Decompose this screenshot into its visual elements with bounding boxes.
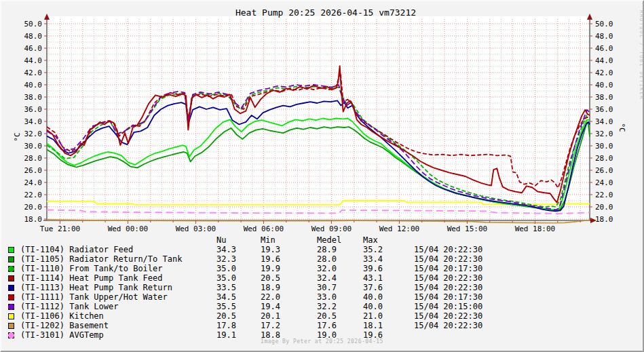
legend-series-label: (TI-1112) Tank Lower	[20, 302, 119, 311]
legend-row: (TI-1104) Radiator Feed34.319.328.935.21…	[1, 246, 643, 255]
rrdtool-watermark: RRDTOOL / TOBI OETIKER	[639, 10, 644, 100]
legend-value-timestamp: 15/04 20:22:30	[414, 255, 482, 264]
y-tick-label-left: 18.0	[24, 215, 43, 224]
x-tick-label: Wed 00:00	[108, 224, 149, 233]
legend-swatch	[8, 256, 14, 262]
x-tick-label: Wed 09:00	[311, 224, 352, 233]
y-tick-label-right: 42.0	[595, 69, 613, 77]
y-tick-label-left: 44.0	[24, 56, 43, 65]
legend-value-min: 19.6	[261, 255, 280, 264]
legend-value-nu: 34.3	[216, 246, 236, 254]
y-tick-label-right: 46.0	[595, 44, 613, 53]
legend-value-timestamp: 15/04 20:22:30	[414, 312, 482, 321]
legend-swatch	[8, 294, 14, 300]
y-tick-label-right: 30.0	[595, 142, 613, 151]
legend-value-min: 18.9	[261, 283, 280, 292]
legend-row: (TI-1113) Heat Pump Tank Return33.518.93…	[1, 283, 643, 293]
y-tick-label-left: 22.0	[24, 191, 43, 199]
legend-value-nu: 35.0	[216, 274, 236, 283]
legend-value-medel: 33.0	[317, 293, 337, 302]
y-tick-label-left: 36.0	[24, 105, 43, 114]
legend-row: (TI-1111) Tank Upper/Hot Water34.522.033…	[1, 293, 643, 302]
legend-value-medel: 32.2	[317, 302, 337, 311]
y-tick-label-right: 24.0	[595, 178, 613, 187]
y-tick-label-right: 18.0	[595, 215, 613, 224]
y-tick-label-left: 24.0	[24, 178, 43, 187]
legend-value-min: 19.9	[261, 265, 280, 273]
y-tick-label-right: 20.0	[595, 203, 613, 212]
x-tick-label: Wed 03:00	[176, 224, 216, 233]
y-tick-label-left: 34.0	[24, 117, 43, 126]
legend-swatch	[8, 332, 14, 338]
chart-canvas: 18.018.020.020.022.022.024.024.026.026.0…	[1, 1, 644, 235]
y-axis-label-left: °C	[13, 132, 22, 141]
legend-value-max: 37.6	[363, 283, 383, 292]
y-tick-label-left: 30.0	[24, 142, 43, 151]
x-tick-label: Wed 06:00	[244, 224, 284, 233]
y-tick-label-left: 48.0	[24, 32, 43, 41]
legend-series-label: (TI-1110) From Tank/to Boiler	[20, 265, 163, 273]
legend-value-min: 22.0	[261, 293, 280, 302]
legend-value-nu: 34.5	[216, 293, 236, 302]
legend-series-label: (TI-1111) Tank Upper/Hot Water	[20, 293, 168, 302]
legend-value-nu: 20.5	[216, 312, 236, 321]
legend-value-nu: 35.0	[216, 265, 236, 273]
chart-title: Heat Pump 20:25 2026-04-15 vm73212	[235, 7, 416, 18]
x-tick-label: Tue 21:00	[40, 224, 81, 233]
legend-col-max: Max	[363, 236, 378, 245]
y-tick-label-right: 34.0	[595, 117, 613, 126]
legend-value-max: 21.0	[363, 312, 383, 321]
y-tick-label-right: 36.0	[595, 105, 613, 114]
x-tick-label: Wed 15:00	[447, 224, 488, 233]
y-tick-label-left: 20.0	[24, 203, 43, 212]
legend-value-timestamp: 15/04 20:15:00	[414, 302, 482, 311]
legend-value-min: 20.5	[261, 274, 280, 283]
y-tick-label-right: 26.0	[595, 166, 613, 175]
y-tick-label-right: 28.0	[595, 154, 613, 163]
legend-value-min: 20.1	[261, 312, 280, 321]
legend-value-timestamp: 15/04 20:17:30	[414, 265, 482, 273]
legend-value-max: 43.1	[363, 274, 383, 283]
x-tick-label: Wed 18:00	[515, 224, 556, 233]
legend-swatch	[8, 304, 14, 310]
legend-value-timestamp: 15/04 20:17:30	[414, 293, 482, 302]
y-tick-label-left: 26.0	[24, 166, 43, 175]
legend-value-timestamp: 15/04 20:22:30	[414, 274, 482, 283]
legend-row: (TI-1110) From Tank/to Boiler35.019.932.…	[1, 265, 643, 274]
legend-value-min: 19.3	[261, 246, 280, 254]
legend-swatch	[8, 285, 14, 291]
legend-swatch	[8, 275, 14, 281]
legend-value-nu: 17.8	[216, 321, 236, 330]
legend-value-max: 40.0	[363, 302, 383, 311]
legend-value-timestamp: 15/04 20:22:30	[414, 321, 482, 330]
legend-value-max: 40.0	[363, 293, 383, 302]
legend-swatch	[8, 247, 14, 253]
legend-value-min: 17.2	[261, 321, 280, 330]
legend-row: (TI-1114) Heat Pump Tank Feed35.020.532.…	[1, 274, 643, 283]
legend-header-row: NuMinMedelMax	[1, 236, 643, 246]
legend-row: (TI-1106) Kitchen20.520.120.521.015/04 2…	[1, 312, 643, 321]
legend-series-label: (TI-1113) Heat Pump Tank Return	[20, 283, 172, 292]
legend-value-max: 33.4	[363, 255, 383, 264]
x-tick-label: Wed 12:00	[379, 224, 420, 233]
legend-value-medel: 28.0	[317, 255, 337, 264]
legend-value-timestamp: 15/04 20:22:30	[414, 246, 482, 254]
y-tick-label-right: 44.0	[595, 56, 613, 65]
legend-row: (TI-1112) Tank Lower35.519.432.240.015/0…	[1, 302, 643, 312]
y-tick-label-left: 42.0	[24, 69, 43, 77]
y-tick-label-right: 40.0	[595, 81, 613, 90]
legend-swatch	[8, 266, 14, 272]
y-tick-label-right: 22.0	[595, 191, 613, 199]
y-tick-label-left: 32.0	[24, 130, 43, 138]
legend-col-medel: Medel	[317, 236, 341, 245]
legend-value-medel: 30.7	[317, 283, 337, 292]
y-tick-label-left: 28.0	[24, 154, 43, 163]
y-tick-label-right: 38.0	[595, 93, 613, 102]
legend-value-max: 18.1	[363, 321, 383, 330]
legend-value-medel: 28.9	[317, 246, 337, 254]
y-tick-label-right: 48.0	[595, 32, 613, 41]
legend-series-label: (TI-1106) Kitchen	[20, 312, 104, 321]
legend-value-max: 39.6	[363, 265, 383, 273]
legend-series-label: (TI-1105) Radiator Return/To Tank	[20, 255, 182, 264]
legend-col-nu: Nu	[216, 236, 226, 245]
